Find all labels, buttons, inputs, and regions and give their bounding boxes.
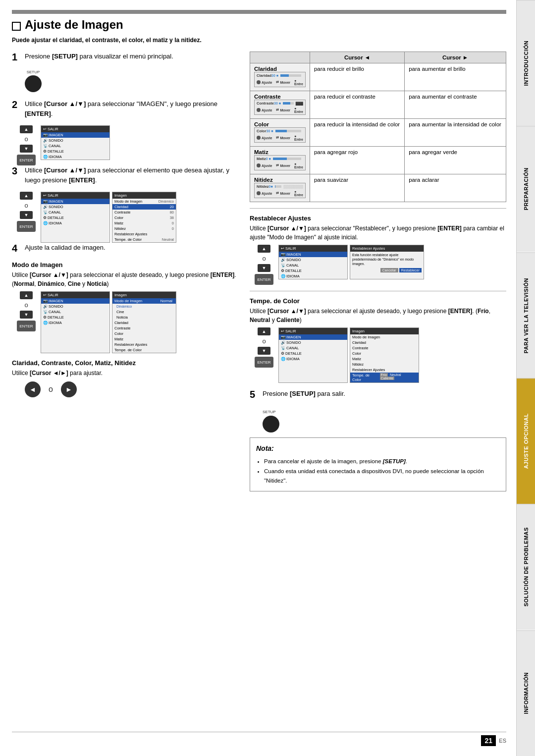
nitidez-left: para suavizar — [310, 174, 404, 202]
step-3-remote-buttons: ▲ o ▼ ENTER — [17, 192, 36, 232]
page-number: 21 — [481, 735, 496, 746]
claridad-title: Claridad, Contraste, Color, Matiz, Nitid… — [12, 359, 240, 367]
row-matiz: Matiz Matiz 0 ■ Ajuste ⇄ Mover — [250, 147, 506, 174]
nota-title: Nota: — [256, 443, 500, 454]
color-cell-label: Color — [254, 121, 306, 127]
step-5: 5 Presione [SETUP] para salir. — [250, 389, 506, 400]
step-2: 2 Utilice [Cursor ▲/▼] para seleccionar … — [12, 99, 240, 118]
restablecer-section: Restablecer Ajustes Utilice [Cursor ▲/▼]… — [250, 215, 506, 285]
cursor-table: Cursor ◄ Cursor ► Claridad Claridad 30 ■ — [250, 52, 506, 202]
cursor-left-header: Cursor ◄ — [310, 52, 404, 63]
tab-para-ver[interactable]: PARA VER LA TELEVISIÓN — [517, 252, 535, 378]
color-mockup: Color 30 ■ Ajuste ⇄ Mover ● Entre — [254, 127, 306, 143]
nota-item-2: Cuando esta unidad está conectada a disp… — [264, 467, 500, 486]
page-title: Ajuste de Imagen — [25, 18, 123, 32]
matiz-left: para agregar rojo — [310, 147, 404, 174]
step-3-text: Utilice [Cursor ▲/▼] para seleccionar el… — [25, 165, 240, 185]
setup-label: SETUP — [27, 70, 40, 74]
checkbox-icon — [12, 22, 21, 31]
step-1-remote: SETUP — [25, 70, 240, 92]
tempe-color-title: Tempe. de Color — [250, 297, 506, 305]
color-right: para aumentar la intensidad de color — [405, 119, 506, 147]
tempe-submenu: Imagen Modo de Imagen Claridad Contraste… — [350, 327, 419, 383]
step-3-main-menu: ↩ SALIR 📷 IMAGEN 🔊 SONIDO 📡 CANAL ⚙ DETA… — [41, 192, 110, 243]
modo-imagen-arrows: ▲ o ▼ ENTER — [17, 291, 36, 331]
modo-imagen-remote: ▲ o ▼ ENTER ↩ SALIR 📷 IMAGEN 🔊 SONIDO 📡 … — [17, 291, 240, 353]
contraste-right: para aumentar el contraste — [405, 91, 506, 119]
setup-label-5: SETUP — [263, 410, 276, 414]
step-2-remote: ▲ o ▼ ENTER ↩ SALIR 📷 IMAGEN 🔊 SONIDO 📡 … — [17, 125, 240, 165]
contraste-mockup: Contraste 30 ■ ▓▓▓ Ajuste ⇄ Mover ● Entr… — [254, 100, 306, 115]
smm-canal: 📡 CANAL — [41, 143, 109, 149]
step-3-sub-menu: Imagen Modo de ImagenDinámico Claridad20… — [112, 192, 176, 243]
tab-preparacion[interactable]: PREPARACIÓN — [517, 126, 535, 252]
claridad-section: Claridad, Contraste, Color, Matiz, Nitid… — [12, 359, 240, 397]
step-4: 4 Ajuste la calidad de imagen. — [12, 243, 240, 254]
enter-button-img: ENTER — [17, 155, 36, 165]
row-claridad: Claridad Claridad 30 ■ Ajuste ⇄ Mover — [250, 63, 506, 91]
contraste-cell-label: Contraste — [254, 94, 306, 100]
restablecer-para: Utilice [Cursor ▲/▼] para seleccionar "R… — [250, 224, 506, 242]
tab-introduccion[interactable]: INTRODUCCIÓN — [517, 0, 535, 126]
step-2-num: 2 — [12, 99, 21, 110]
step-5-text: Presione [SETUP] para salir. — [263, 389, 345, 399]
step-5-num: 5 — [250, 389, 259, 400]
step-3-num: 3 — [12, 165, 21, 177]
row-contraste: Contraste Contraste 30 ■ ▓▓▓ Ajuste — [250, 91, 506, 119]
step-2-remote-buttons: ▲ o ▼ ENTER — [17, 125, 36, 165]
divider-2 — [250, 291, 506, 291]
setup-button-img — [25, 75, 42, 92]
nota-box: Nota: Para cancelar el ajuste de la imag… — [250, 437, 506, 491]
modo-imagen-section: Modo de Imagen Utilice [Cursor ▲/▼] para… — [12, 261, 240, 353]
up-arrow-img: ▲ — [20, 125, 33, 133]
step-1-text: Presione [SETUP] para visualizar el menú… — [25, 52, 173, 61]
contraste-left: para reducir el contraste — [310, 91, 404, 119]
step-2-text: Utilice [Cursor ▲/▼] para seleccionar "I… — [25, 99, 240, 118]
nota-item-1: Para cancelar el ajuste de la imagen, pr… — [264, 457, 500, 467]
divider-1 — [250, 208, 506, 209]
tempe-color-para: Utilice [Cursor ▲/▼] para seleccionar el… — [250, 307, 506, 324]
page-number-area: 21 ES — [12, 732, 506, 746]
matiz-right: para agregar verde — [405, 147, 506, 174]
nitidez-mockup: Nitidez 0■ ▒▒▒▒▒▒▒▒ Ajuste ⇄ Mover ● Ent… — [254, 183, 306, 198]
smm-header-salir: ↩ SALIR — [41, 126, 109, 132]
tempe-color-section: Tempe. de Color Utilice [Cursor ▲/▼] par… — [250, 297, 506, 383]
left-arrow-btn: ◄ — [25, 381, 41, 397]
color-left: para reducir la intensidad de color — [310, 119, 404, 147]
step-3-menus: ↩ SALIR 📷 IMAGEN 🔊 SONIDO 📡 CANAL ⚙ DETA… — [41, 192, 176, 243]
step-2-menu-mockup: ↩ SALIR 📷 IMAGEN 🔊 SONIDO 📡 CANAL ⚙ DETA… — [41, 125, 110, 160]
matiz-cell-label: Matiz — [254, 149, 306, 155]
sidebar-tabs: INTRODUCCIÓN PREPARACIÓN PARA VER LA TEL… — [516, 0, 535, 756]
step-4-text: Ajuste la calidad de imagen. — [25, 243, 106, 253]
step-1-num: 1 — [12, 52, 21, 63]
row-color: Color Color 30 ■ Ajuste ⇄ Mover — [250, 119, 506, 147]
tab-solucion[interactable]: SOLUCIÓN DE PROBLEMAS — [517, 504, 535, 630]
smm-detalle: ⚙ DETALLE — [41, 149, 109, 154]
circle-lr-o: o — [49, 385, 53, 394]
modo-imagen-menus: ↩ SALIR 📷 IMAGEN 🔊 SONIDO 📡 CANAL ⚙ DETA… — [41, 291, 176, 353]
row-nitidez: Nitidez Nitidez 0■ ▒▒▒▒▒▒▒▒ Ajuste — [250, 174, 506, 202]
modo-imagen-title: Modo de Imagen — [12, 261, 240, 269]
down-arrow-img2: ▼ — [20, 211, 33, 219]
claridad-left: para reducir el brillo — [310, 63, 404, 91]
claridad-para: Utilice [Cursor ◄/►] para ajustar. — [12, 369, 240, 378]
step-5-remote: SETUP — [263, 407, 506, 432]
enter-button-img2: ENTER — [17, 221, 36, 232]
claridad-right: para aumentar el brillo — [405, 63, 506, 91]
setup-btn-5 — [263, 416, 279, 432]
down-arrow-img: ▼ — [20, 145, 33, 153]
step-1: 1 Presione [SETUP] para visualizar el me… — [12, 52, 240, 63]
smm-idioma: 🌐 IDIOMA — [41, 154, 109, 160]
tab-informacion[interactable]: INFORMACIÓN — [517, 630, 535, 756]
tab-ajuste-opcional[interactable]: AJUSTE OPCIONAL — [517, 378, 535, 504]
restablecer-submenu: Restablecer Ajustes Esta función restabl… — [350, 245, 424, 279]
restablecer-menus: ↩ SALIR 📷 IMAGEN 🔊 SONIDO 📡 CANAL ⚙ DETA… — [278, 245, 424, 279]
tempe-color-remote: ▲ o ▼ ENTER ↩ SALIR 📷 IMAGEN 🔊 SONIDO 📡 … — [255, 327, 506, 383]
restablecer-title: Restablecer Ajustes — [250, 215, 506, 222]
modo-imagen-submenu: Imagen Modo de ImagenNormal Dinámico Cin… — [112, 291, 176, 353]
nitidez-right: para aclarar — [405, 174, 506, 202]
restablecer-remote: ▲ o ▼ ENTER ↩ SALIR 📷 IMAGEN 🔊 SONIDO 📡 … — [255, 245, 506, 285]
smm-sonido: 🔊 SONIDO — [41, 138, 109, 143]
circle-o-img2: o — [24, 202, 28, 209]
cursor-table-empty-header — [250, 52, 310, 63]
